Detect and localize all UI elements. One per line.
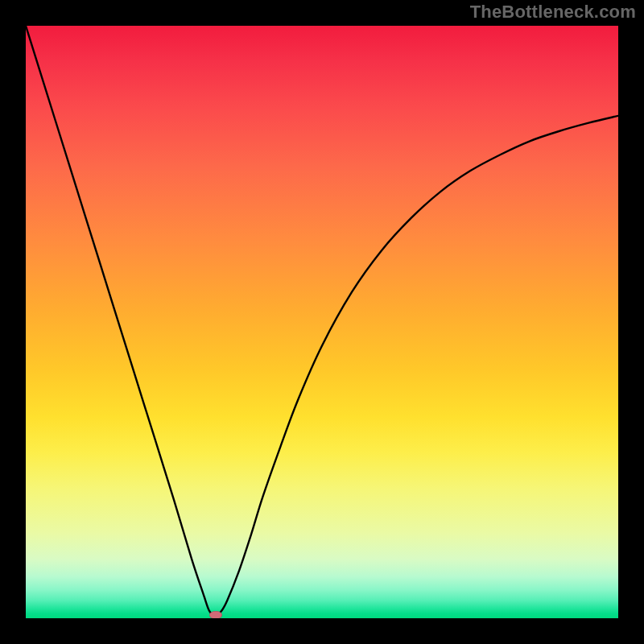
chart-frame: TheBottleneck.com — [0, 0, 644, 644]
bottleneck-curve — [26, 26, 618, 615]
curve-svg — [26, 26, 618, 618]
optimal-point-marker — [209, 611, 222, 618]
watermark-text: TheBottleneck.com — [470, 2, 636, 23]
plot-area — [26, 26, 618, 618]
